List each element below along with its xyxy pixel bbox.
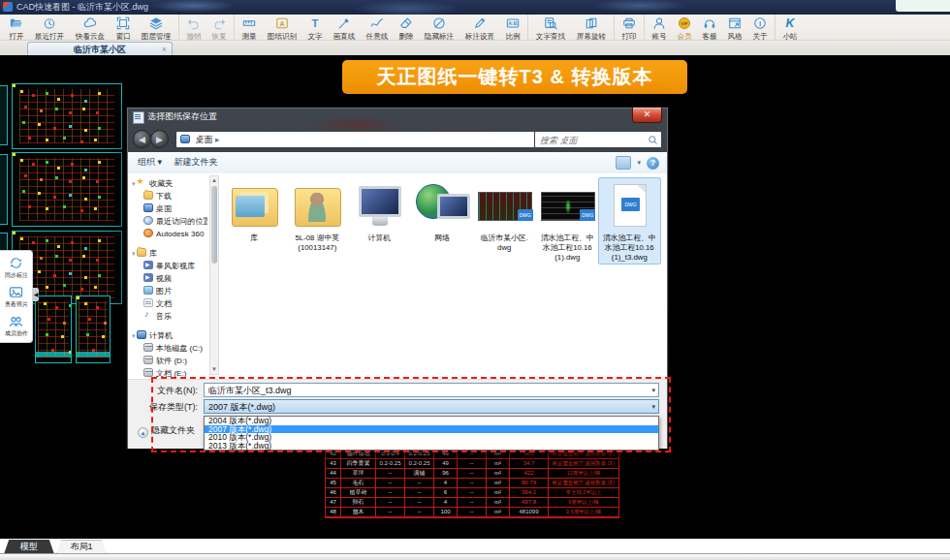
file-item[interactable]: 网络 [411,177,474,245]
savetype-option[interactable]: 2004 版本(*.dwg) [205,417,658,425]
nav-tree-item[interactable]: 本地磁盘 (C:) [130,342,207,355]
cad-table-row: 46 植草砖 -- -- 6 -- m² 394.1 带土球,2米以上 [326,487,618,497]
toolbar-icon [337,16,351,30]
savetype-combobox[interactable]: 2007 版本(*.dwg) ▾ [204,399,659,414]
nav-section-libraries: ▾库 暴风影视库视频图片文档音乐 [130,247,207,323]
file-icon [537,180,598,231]
dialog-close-button[interactable]: ✕ [632,108,662,123]
nav-item-label: 文档 (E:) [156,367,186,379]
toolbar-group-edit: 撤销恢复 [178,15,232,42]
file-item[interactable]: 清水池工程、中 水池工程10.16 (1).dwg [536,177,599,264]
app-icon [3,2,13,12]
toolbar-button[interactable]: 隐藏标注 [419,15,459,42]
toolbar-button[interactable]: 小站 [777,15,803,42]
filename-input[interactable]: 临沂市某小区_t3.dwg ▾ [204,383,659,397]
views-dropdown-icon[interactable]: ▾ [637,159,641,167]
panel-collapse-icon[interactable]: ◀ [33,288,39,301]
file-item[interactable]: 清水池工程、中 水池工程10.16 (1)_t3.dwg [598,177,661,264]
toolbar-button[interactable]: 风格 [722,15,747,42]
nav-tree-item[interactable]: 下载 [130,190,207,202]
file-list: 库 5L-08 谢中英 (10013147) [223,177,661,371]
nav-tree-item[interactable]: 音乐 [130,310,207,323]
view-photos-button[interactable]: 查看照片 [3,285,30,309]
toolbar-button[interactable]: 打印 [617,15,642,42]
savetype-option[interactable]: 2010 版本(*.dwg) [205,433,658,442]
toolbar-button[interactable]: 测量 [237,15,262,42]
file-item[interactable]: 库 [223,177,286,245]
dialog-titlebar[interactable]: 选择图纸保存位置 ✕ [127,108,668,127]
document-tab[interactable]: 临沂市某小区 × [27,42,173,56]
savetype-dropdown-icon[interactable]: ▾ [651,400,655,414]
nav-section-header[interactable]: ▾收藏夹 [130,177,207,190]
nav-section-favorites: ▾收藏夹 下载桌面最近访问的位置Autodesk 360 [130,177,207,240]
toolbar-button[interactable]: 图层管理 [136,15,176,42]
search-box[interactable] [534,131,662,148]
toolbar-icon [149,16,163,30]
toolbar-button[interactable]: 文字查找 [530,15,571,42]
toolbar-button[interactable]: 任意线 [361,15,394,42]
toolbar-icon [678,16,691,30]
star-icon [137,178,146,187]
file-icon [224,180,285,231]
file-item[interactable]: 临沂市某小区. dwg [473,177,536,255]
scrollbar-thumb[interactable] [211,186,217,264]
toolbar-button[interactable]: 恢复 [206,15,232,42]
toolbar-button[interactable]: 标注设置 [459,15,500,42]
toolbar-button[interactable]: 最近打开 [29,15,70,42]
toolbar-button[interactable]: 快看云盘 [70,15,111,42]
toolbar-group-annotate: 测量图纸识别文字画直线任意线删除隐藏标注标注设置比例 [234,15,525,42]
nav-item-icon [143,273,153,282]
nav-tree-item[interactable]: 暴风影视库 [130,260,207,272]
savetype-option[interactable]: 2007 版本(*.dwg) [205,425,658,434]
toolbar-button[interactable]: 窗口 [111,15,136,42]
nav-tree-item[interactable]: 文档 (E:) [130,367,207,379]
views-icon[interactable] [616,156,631,170]
toolbar-button[interactable]: 文字 [302,15,328,42]
search-input[interactable] [538,133,644,148]
toolbar-button[interactable]: 删除 [394,15,419,42]
scroll-down-icon[interactable]: ▼ [210,365,218,374]
toolbar-icon [399,16,413,30]
nav-tree-item[interactable]: 最近访问的位置 [130,215,207,228]
toolbar-button[interactable]: 比例 [500,15,525,42]
tab-layout1[interactable]: 布局1 [56,540,107,554]
nav-tree-item[interactable]: 桌面 [130,202,207,215]
forward-button[interactable]: ▶ [150,130,169,148]
toolbar-button[interactable]: 屏幕旋转 [571,15,612,42]
toolbar-button[interactable]: 客服 [697,15,722,42]
organize-menu[interactable]: 组织 ▾ [138,152,162,172]
team-collab-button[interactable]: 成员协作 [3,314,30,338]
nav-tree-item[interactable]: Autodesk 360 [130,228,207,240]
toolbar-button[interactable]: 关于 [747,15,773,42]
nav-section-header[interactable]: ▾计算机 [130,329,207,342]
file-item[interactable]: 5L-08 谢中英 (10013147) [286,177,349,255]
document-tabstrip: 临沂市某小区 × [0,41,950,55]
toolbar-button[interactable]: 会员 [672,15,697,42]
toolbar-button[interactable]: 图纸识别 [262,15,302,42]
toolbar-button[interactable]: 打开 [4,15,29,42]
nav-tree-item[interactable]: 文档 [130,297,207,310]
tab-close-icon[interactable]: × [162,43,167,56]
savetype-option[interactable]: 2013 版本(*.dwg) [205,442,658,451]
main-toolbar: 打开最近打开快看云盘窗口图层管理 撤销恢复 测量图纸识别文字画直线任意线删除隐藏… [0,15,950,41]
nav-tree-item[interactable]: 软件 (D:) [130,355,207,367]
toolbar-icon [703,16,716,30]
filename-dropdown-icon[interactable]: ▾ [651,384,655,397]
back-button[interactable]: ◀ [133,130,151,148]
nav-item-label: 图片 [156,285,172,296]
toolbar-button[interactable]: 账号 [647,15,672,42]
tab-model[interactable]: 模型 [4,540,54,554]
hide-folders-button[interactable]: ▴隐藏文件夹 [138,424,195,438]
file-item[interactable]: 计算机 [348,177,411,245]
scroll-up-icon[interactable]: ▲ [210,176,218,185]
new-folder-button[interactable]: 新建文件夹 [174,152,218,172]
nav-tree-item[interactable]: 视频 [130,272,207,285]
breadcrumb-separator-icon: ▸ [215,135,220,144]
toolbar-button[interactable]: 画直线 [328,15,361,42]
nav-section-header[interactable]: ▾库 [130,247,207,260]
help-icon[interactable]: ? [647,157,659,170]
nav-scrollbar[interactable]: ▲ ▼ [209,175,219,375]
sync-annotation-button[interactable]: 同步标注 [3,256,30,280]
nav-tree-item[interactable]: 图片 [130,285,207,297]
toolbar-button[interactable]: 撤销 [181,15,206,42]
